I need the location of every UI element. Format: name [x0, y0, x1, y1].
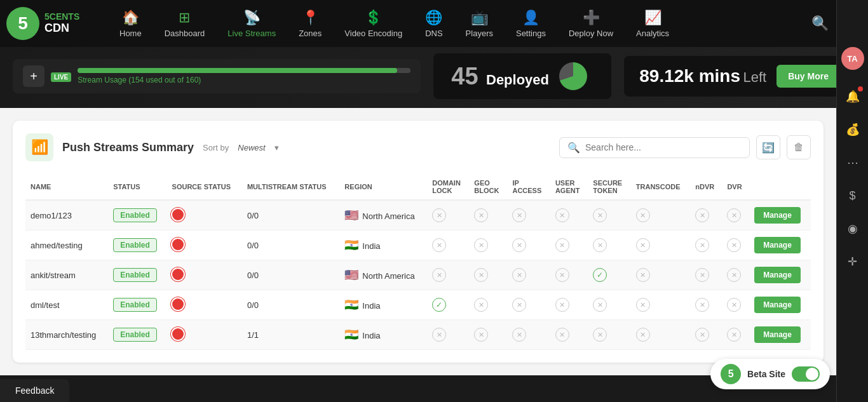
- col-multistream-status: MULTISTREAM STATUS: [242, 174, 339, 200]
- status-x-icon: ✕: [512, 298, 526, 312]
- cell-region: 🇮🇳India: [339, 290, 427, 320]
- nav-video-encoding[interactable]: 💲 Video Encoding: [333, 4, 414, 43]
- live-badge: LIVE: [51, 70, 71, 82]
- nav-players[interactable]: 📺 Players: [454, 4, 505, 43]
- cell-geo-block: ✕: [469, 231, 507, 260]
- sort-dropdown[interactable]: Newest: [238, 143, 265, 152]
- table-row: ankit/stream Enabled 0/0 🇺🇸North America…: [25, 260, 811, 290]
- cell-source-status: [167, 320, 242, 350]
- status-badge: Enabled: [113, 298, 157, 312]
- cell-multistream: 1/1: [242, 320, 339, 350]
- status-x-icon: ✕: [636, 298, 650, 312]
- cell-secure-token: ✕: [588, 200, 630, 231]
- status-x-icon: ✕: [727, 208, 741, 222]
- status-x-icon: ✕: [636, 238, 650, 252]
- push-streams-icon: 📶: [31, 139, 48, 156]
- status-x-icon: ✕: [555, 268, 569, 282]
- source-dot: [172, 328, 184, 340]
- mins-info: 89.12k mins Left: [639, 66, 766, 86]
- col-region: REGION: [339, 174, 427, 200]
- cell-manage: Manage: [749, 320, 811, 350]
- search-input[interactable]: [585, 142, 742, 152]
- deployed-count: 45 Deployed: [451, 63, 549, 90]
- plus-icon[interactable]: ✛: [841, 250, 864, 273]
- avatar: TA: [841, 47, 864, 70]
- cell-secure-token: ✕: [588, 290, 630, 320]
- cell-multistream: 0/0: [242, 290, 339, 320]
- cell-ip-access: ✕: [507, 320, 550, 350]
- notification-badge: [858, 86, 863, 91]
- cell-dvr: ✕: [722, 200, 749, 231]
- cell-multistream: 0/0: [242, 260, 339, 290]
- table-header-row: NAME STATUS SOURCE STATUS MULTISTREAM ST…: [25, 174, 811, 200]
- cell-region: 🇮🇳India: [339, 320, 427, 350]
- cell-secure-token: ✕: [588, 320, 630, 350]
- cell-status: Enabled: [108, 320, 166, 350]
- main-content: 📶 Push Streams Summary Sort by Newest ▾ …: [0, 108, 836, 375]
- cell-geo-block: ✕: [469, 290, 507, 320]
- card-title: Push Streams Summary: [62, 141, 194, 154]
- usage-bar-track: [78, 68, 410, 73]
- cell-transcode: ✕: [631, 320, 690, 350]
- settings-icon: 👤: [522, 10, 539, 26]
- billing-icon[interactable]: $: [841, 184, 864, 207]
- status-check-icon: ✓: [432, 298, 446, 312]
- nav-dns[interactable]: 🌐 DNS: [414, 4, 454, 43]
- status-badge: Enabled: [113, 328, 157, 342]
- manage-button[interactable]: Manage: [754, 237, 801, 253]
- search-box[interactable]: 🔍: [559, 137, 750, 158]
- nav-analytics[interactable]: 📈 Analytics: [625, 4, 681, 43]
- search-icon: 🔍: [567, 142, 580, 154]
- dollar-icon[interactable]: 💰: [841, 118, 864, 141]
- logo[interactable]: 5 5CENTS CDN: [6, 7, 95, 40]
- nav-home[interactable]: 🏠 Home: [108, 4, 153, 43]
- feedback-bar[interactable]: Feedback: [0, 379, 69, 402]
- search-icon[interactable]: 🔍: [803, 15, 837, 32]
- cell-region: 🇺🇸North America: [339, 200, 427, 231]
- col-ndvr: nDVR: [690, 174, 722, 200]
- cell-ndvr: ✕: [690, 260, 722, 290]
- circle-icon[interactable]: ◉: [841, 217, 864, 240]
- status-x-icon: ✕: [727, 298, 741, 312]
- beta-toggle[interactable]: [792, 366, 820, 382]
- delete-button[interactable]: 🗑: [787, 135, 811, 159]
- buy-more-button[interactable]: Buy More: [776, 65, 840, 88]
- region-flag: 🇺🇸: [344, 209, 358, 222]
- status-x-icon: ✕: [695, 298, 709, 312]
- add-stream-button[interactable]: +: [23, 65, 44, 87]
- source-dot: [172, 239, 184, 250]
- refresh-button[interactable]: 🔄: [756, 135, 780, 159]
- manage-button[interactable]: Manage: [754, 326, 801, 343]
- cell-region: 🇺🇸North America: [339, 260, 427, 290]
- logo-name-line1: 5CENTS: [44, 12, 79, 22]
- nav-items: 🏠 Home ⊞ Dashboard 📡 Live Streams 📍 Zone…: [108, 4, 803, 43]
- manage-button[interactable]: Manage: [754, 207, 801, 224]
- nav-deploy-now[interactable]: ➕ Deploy Now: [557, 4, 625, 43]
- nav-live-streams[interactable]: 📡 Live Streams: [216, 4, 287, 43]
- manage-button[interactable]: Manage: [754, 267, 801, 283]
- nav-zones[interactable]: 📍 Zones: [287, 4, 333, 43]
- cell-source-status: [167, 200, 242, 231]
- cell-manage: Manage: [749, 200, 811, 231]
- col-transcode: TRANSCODE: [631, 174, 690, 200]
- cell-name: 13thmarch/testing: [25, 320, 108, 350]
- cell-user-agent: ✕: [550, 260, 588, 290]
- manage-button[interactable]: Manage: [754, 297, 801, 313]
- more-icon[interactable]: ⋯: [841, 151, 864, 174]
- nav-settings[interactable]: 👤 Settings: [505, 4, 557, 43]
- nav-dashboard[interactable]: ⊞ Dashboard: [153, 4, 217, 43]
- mins-box: 89.12k mins Left Buy More: [624, 56, 855, 97]
- region-flag: 🇮🇳: [344, 298, 358, 311]
- cell-dvr: ✕: [722, 320, 749, 350]
- sort-chevron-icon[interactable]: ▾: [275, 143, 279, 152]
- col-secure-token: SECURETOKEN: [588, 174, 630, 200]
- bell-icon[interactable]: 🔔: [841, 85, 864, 108]
- streams-table: NAME STATUS SOURCE STATUS MULTISTREAM ST…: [25, 174, 811, 350]
- card-title-area: 📶 Push Streams Summary Sort by Newest ▾: [25, 133, 279, 161]
- status-x-icon: ✕: [474, 268, 488, 282]
- col-actions: [749, 174, 811, 200]
- usage-text: Stream Usage (154 used out of 160): [78, 76, 410, 84]
- cell-transcode: ✕: [631, 260, 690, 290]
- status-x-icon: ✕: [555, 208, 569, 222]
- analytics-icon: 📈: [644, 10, 661, 26]
